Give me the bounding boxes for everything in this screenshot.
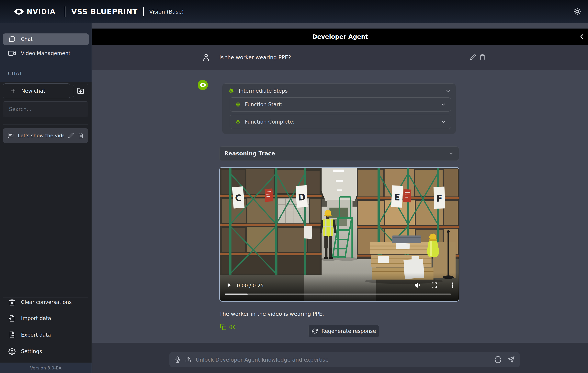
rack-label-d: D [298,192,306,203]
settings-button[interactable]: Settings [3,345,88,357]
trash-icon [9,299,16,306]
assistant-response-text: The worker in the video is wearing PPE. [219,311,324,317]
reasoning-trace-title: Reasoning Trace [224,150,275,157]
rack-label-f: F [436,193,442,204]
sidebar-chat-list: New chat Let's [0,82,92,362]
sidebar: Chat Video Management CHAT New chat [0,23,92,373]
rack-label-c: C [235,193,242,203]
sidebar-item-chat[interactable]: Chat [3,33,89,45]
regenerate-response-button[interactable]: Regenerate response [308,325,379,337]
function-complete-accordion[interactable]: Function Complete: [230,115,451,129]
chevron-down-icon[interactable] [445,88,451,94]
import-data-label: Import data [21,315,51,321]
send-icon[interactable] [508,356,515,363]
main-panel: Developer Agent Is the worker wearing PP… [92,23,588,373]
video-time: 0:00 / 0:25 [237,283,264,288]
delete-conversation-icon[interactable] [78,132,84,139]
function-complete-label: Function Complete: [245,119,294,125]
chat-message-input[interactable] [196,357,490,363]
chevron-down-icon[interactable] [441,102,446,107]
microphone-icon[interactable] [175,356,181,363]
rack-label-e: E [394,192,400,203]
intermediate-steps-header[interactable]: Intermediate Steps [222,84,456,98]
chat-bubble-icon [8,35,16,43]
user-message-text: Is the worker wearing PPE? [219,54,291,60]
assistant-avatar-nvidia-icon [198,80,208,90]
nvidia-eye-logo-icon [14,7,24,17]
chip-icon [235,119,241,125]
video-menu-kebab-icon[interactable] [449,282,456,288]
refresh-icon [312,328,318,334]
read-aloud-speaker-icon[interactable] [229,323,236,330]
function-start-accordion[interactable]: Function Start: [230,97,451,111]
chip-icon [235,101,241,107]
new-folder-button[interactable] [73,84,88,98]
sidebar-item-label: Video Management [21,50,70,56]
folder-plus-icon [77,87,84,94]
export-data-label: Export data [21,332,51,338]
clear-conversations-label: Clear conversations [21,299,72,305]
sidebar-item-label: Chat [21,36,33,42]
version-label: Version 3.0-EA [0,362,92,373]
intermediate-steps-card: Intermediate Steps Function Start: [222,83,456,134]
video-camera-icon [8,50,16,57]
new-chat-button[interactable]: New chat [3,83,70,98]
video-progress-fill [225,294,248,295]
app-subtitle: Vision (Base) [149,9,184,15]
video-progress-bar[interactable] [225,294,451,295]
warehouse-video-frame: C D [220,168,459,301]
theme-toggle-sun-icon[interactable] [573,7,582,16]
regenerate-label: Regenerate response [322,328,376,334]
chip-icon [228,88,234,94]
fullscreen-icon[interactable] [431,282,438,289]
app-title: VSS BLUEPRINT [71,8,138,16]
export-file-icon [9,331,16,338]
nvidia-wordmark: NVIDIA [27,8,56,16]
export-data-button[interactable]: Export data [3,329,88,341]
chat-input-container [169,352,520,367]
function-start-label: Function Start: [245,101,283,107]
top-header: NVIDIA VSS BLUEPRINT Vision (Base) [0,0,588,23]
agent-title: Developer Agent [312,33,368,40]
conversation-title: Let's show the videos... [18,133,64,139]
delete-message-icon[interactable] [479,54,486,60]
reasoning-trace-header[interactable]: Reasoning Trace [220,147,459,161]
chevron-down-icon[interactable] [441,119,446,124]
left-rack: C D [220,168,322,275]
intermediate-steps-title: Intermediate Steps [239,88,288,94]
header-divider-2 [143,7,144,16]
sidebar-item-video-management[interactable]: Video Management [3,48,89,59]
plus-icon [10,88,17,94]
search-input[interactable] [3,101,88,117]
gear-icon [9,348,16,355]
agent-header-bar: Developer Agent [92,29,588,45]
app-root: NVIDIA VSS BLUEPRINT Vision (Base) Chat [0,0,588,373]
upload-icon[interactable] [185,356,191,363]
import-file-icon [9,315,16,322]
edit-conversation-icon[interactable] [68,132,74,139]
warehouse-video-player[interactable]: C D [219,167,459,302]
copy-response-icon[interactable] [220,324,227,330]
chat-section-title: CHAT [0,65,92,82]
reasoning-trace-card: Reasoning Trace [219,146,459,161]
chevron-down-icon[interactable] [448,151,454,157]
new-chat-label: New chat [21,88,45,94]
import-data-button[interactable]: Import data [3,312,88,324]
collapse-panel-chevron-left-icon[interactable] [578,33,585,40]
clear-conversations-button[interactable]: Clear conversations [3,296,88,308]
volume-icon[interactable] [414,282,421,289]
edit-message-icon[interactable] [470,54,476,60]
conversation-item[interactable]: Let's show the videos... [3,128,88,143]
header-divider [65,6,65,17]
settings-label: Settings [21,348,42,354]
message-square-icon [7,132,14,139]
divider [3,124,88,125]
chat-input-footer [92,343,588,373]
brain-icon[interactable] [494,356,502,363]
play-button[interactable] [226,282,232,288]
user-avatar-icon [202,53,211,62]
user-message-row: Is the worker wearing PPE? [92,45,588,70]
